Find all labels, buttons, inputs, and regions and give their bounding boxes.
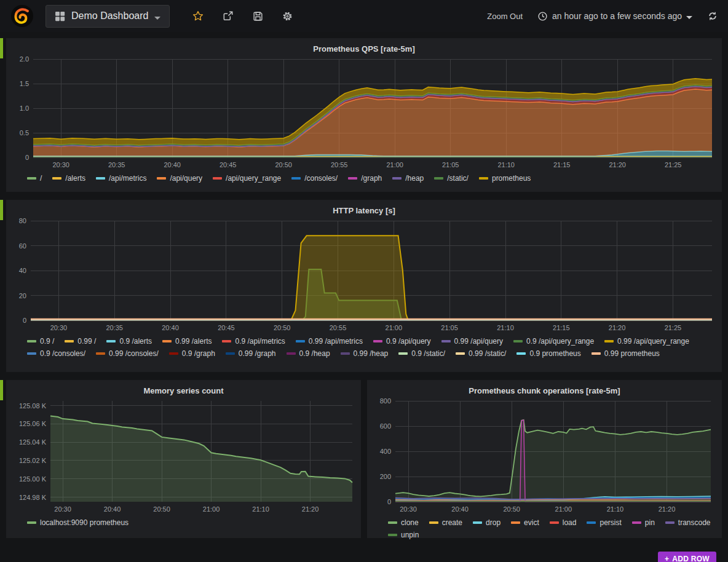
svg-text:2.0: 2.0 <box>20 55 29 63</box>
legend-item[interactable]: 0.99 /alerts <box>162 337 212 346</box>
row-collapse-tab[interactable] <box>0 200 3 220</box>
time-range-label: an hour ago to a few seconds ago <box>552 11 682 21</box>
series-color-swatch <box>516 352 526 355</box>
save-icon[interactable] <box>252 10 264 22</box>
svg-text:124.98 K: 124.98 K <box>19 494 47 501</box>
legend-item[interactable]: 0.99 /consoles/ <box>96 349 159 358</box>
latency-legend: 0.9 /0.99 /0.9 /alerts0.99 /alerts0.9 /a… <box>27 337 714 358</box>
legend-item[interactable]: 0.99 /api/metrics <box>296 337 363 346</box>
time-range-picker[interactable]: an hour ago to a few seconds ago <box>537 11 692 22</box>
series-color-swatch <box>296 340 305 342</box>
latency-chart[interactable]: 02040608020:3020:3520:4020:4520:5020:552… <box>6 217 722 336</box>
legend-item[interactable]: /api/metrics <box>96 174 146 183</box>
series-color-swatch <box>456 352 465 355</box>
svg-text:1.5: 1.5 <box>20 80 29 87</box>
legend-item[interactable]: 0.99 /static/ <box>456 349 506 358</box>
legend-item[interactable]: pin <box>632 518 655 527</box>
legend-item[interactable]: /heap <box>392 174 424 183</box>
svg-text:20:30: 20:30 <box>400 505 417 513</box>
legend-item[interactable]: 0.99 /graph <box>226 349 276 358</box>
svg-text:80: 80 <box>19 217 26 224</box>
svg-text:21:20: 21:20 <box>659 505 676 513</box>
qps-legend: //alerts/api/metrics/api/query/api/query… <box>27 174 714 183</box>
zoom-out-button[interactable]: Zoom Out <box>487 12 523 21</box>
series-color-swatch <box>162 340 172 342</box>
svg-text:0.5: 0.5 <box>20 129 29 137</box>
legend-item[interactable]: persist <box>587 518 621 527</box>
legend-item[interactable]: /graph <box>348 174 382 183</box>
legend-item[interactable]: 0.9 /consoles/ <box>27 349 85 358</box>
svg-text:20:35: 20:35 <box>108 161 125 168</box>
legend-item[interactable]: drop <box>473 518 501 527</box>
chunk-ops-chart[interactable]: 020040060080020:3020:4020:5021:0021:1021… <box>367 397 722 518</box>
series-color-swatch <box>65 340 74 342</box>
legend-item[interactable]: /api/query <box>157 174 202 183</box>
legend-item[interactable]: 0.9 prometheus <box>516 349 580 358</box>
series-color-swatch <box>341 352 350 355</box>
dashboard-picker[interactable]: Demo Dashboard <box>46 5 170 28</box>
legend-item[interactable]: 0.99 /heap <box>341 349 389 358</box>
series-color-swatch <box>27 340 36 342</box>
legend-item[interactable]: evict <box>511 518 539 527</box>
panel-http-latency: HTTP latency [s] 02040608020:3020:3520:4… <box>6 200 722 372</box>
grafana-logo[interactable] <box>10 4 34 28</box>
settings-gear-icon[interactable] <box>282 10 293 22</box>
legend-item[interactable]: prometheus <box>479 174 531 183</box>
legend-item[interactable]: unpin <box>388 531 419 539</box>
series-color-swatch <box>348 177 357 180</box>
panel-memory-series: Memory series count 124.98 K125.00 K125.… <box>6 380 361 538</box>
legend-item[interactable]: transcode <box>665 518 711 527</box>
legend-item[interactable]: load <box>550 518 577 527</box>
legend-item[interactable]: 0.9 /alerts <box>106 337 152 346</box>
svg-text:21:10: 21:10 <box>607 505 624 513</box>
legend-item[interactable]: 0.9 / <box>27 337 54 346</box>
svg-text:20:45: 20:45 <box>218 324 235 331</box>
svg-text:20:55: 20:55 <box>331 161 348 168</box>
legend-item[interactable]: 0.9 /static/ <box>398 349 445 358</box>
svg-text:125.00 K: 125.00 K <box>19 475 47 483</box>
share-icon[interactable] <box>222 10 234 22</box>
legend-item[interactable]: localhost:9090 prometheus <box>27 518 129 527</box>
legend-item[interactable]: 0.99 /api/query_range <box>604 337 689 346</box>
memory-chart[interactable]: 124.98 K125.00 K125.02 K125.04 K125.06 K… <box>6 397 361 518</box>
legend-item[interactable]: 0.9 /api/metrics <box>222 337 285 346</box>
legend-item[interactable]: 0.99 prometheus <box>592 349 660 358</box>
row-collapse-tab[interactable] <box>0 38 3 58</box>
series-color-swatch <box>592 352 601 355</box>
legend-item[interactable]: 0.9 /heap <box>287 349 330 358</box>
svg-text:20:40: 20:40 <box>451 505 469 513</box>
legend-item[interactable]: 0.9 /api/query_range <box>513 337 594 346</box>
legend-item[interactable]: 0.99 /api/query <box>441 337 503 346</box>
qps-chart[interactable]: 00.51.01.52.020:3020:3520:4020:4520:5020… <box>6 55 722 173</box>
svg-text:20:50: 20:50 <box>275 161 292 168</box>
legend-item[interactable]: 0.9 /graph <box>169 349 215 358</box>
star-button[interactable] <box>192 10 204 22</box>
legend-item[interactable]: 0.99 / <box>65 337 96 346</box>
plus-icon: + <box>665 555 669 562</box>
legend-item[interactable]: clone <box>388 518 419 527</box>
panel-title[interactable]: Prometheus QPS [rate-5m] <box>6 38 722 55</box>
svg-text:0: 0 <box>25 154 29 161</box>
series-color-swatch <box>550 521 559 524</box>
series-color-swatch <box>429 521 438 524</box>
panel-title[interactable]: Memory series count <box>6 380 361 397</box>
legend-item[interactable]: 0.9 /api/query <box>373 337 431 346</box>
svg-text:20:35: 20:35 <box>106 324 123 331</box>
chevron-down-icon <box>154 17 160 20</box>
legend-item[interactable]: /api/query_range <box>213 174 281 183</box>
svg-text:20:30: 20:30 <box>54 505 71 513</box>
legend-item[interactable]: create <box>429 518 462 527</box>
panel-title[interactable]: HTTP latency [s] <box>6 200 722 217</box>
panel-title[interactable]: Prometheus chunk operations [rate-5m] <box>367 380 722 397</box>
legend-item[interactable]: /alerts <box>52 174 85 183</box>
legend-item[interactable]: /static/ <box>434 174 469 183</box>
add-row-button[interactable]: +ADD ROW <box>658 552 716 562</box>
dashboard-content: Prometheus QPS [rate-5m] 00.51.01.52.020… <box>0 32 728 562</box>
legend-item[interactable]: /consoles/ <box>291 174 338 183</box>
series-color-swatch <box>226 352 235 355</box>
legend-item[interactable]: / <box>27 174 42 183</box>
svg-text:21:20: 21:20 <box>609 161 626 168</box>
row-collapse-tab[interactable] <box>0 380 3 400</box>
svg-text:20:50: 20:50 <box>503 505 520 513</box>
refresh-icon[interactable] <box>707 10 718 22</box>
